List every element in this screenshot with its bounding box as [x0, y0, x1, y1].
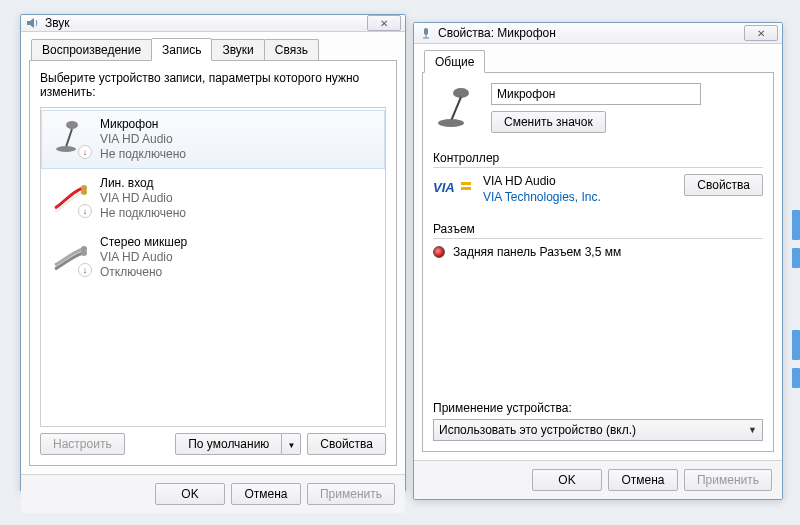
apply-button[interactable]: Применить — [307, 483, 395, 505]
linein-icon: ↓ — [50, 176, 90, 216]
svg-point-0 — [66, 121, 78, 129]
svg-point-6 — [81, 250, 87, 256]
device-item-stereomix[interactable]: ↓ Стерео микшер VIA HD Audio Отключено — [41, 228, 385, 287]
svg-rect-15 — [461, 187, 471, 190]
svg-line-1 — [66, 129, 72, 147]
svg-rect-14 — [461, 182, 471, 185]
mic-properties-dialog: Свойства: Микрофон ✕ Общие Сменить значо… — [413, 22, 783, 500]
device-name-input[interactable] — [491, 83, 701, 105]
mic-header-row: Сменить значок — [433, 83, 763, 133]
jack-description: Задняя панель Разъем 3,5 мм — [453, 245, 621, 259]
device-status: Не подключено — [100, 147, 186, 162]
device-driver: VIA HD Audio — [100, 250, 187, 265]
configure-button[interactable]: Настроить — [40, 433, 125, 455]
sound-tabstrip: Воспроизведение Запись Звуки Связь — [29, 38, 397, 61]
svg-text:VIA: VIA — [433, 180, 455, 195]
tab-playback[interactable]: Воспроизведение — [31, 39, 152, 62]
tab-communication[interactable]: Связь — [264, 39, 319, 62]
mic-title: Свойства: Микрофон — [438, 26, 744, 40]
jack-row: Задняя панель Разъем 3,5 мм — [433, 245, 763, 259]
device-name: Микрофон — [100, 117, 186, 132]
sound-dialog: Звук ✕ Воспроизведение Запись Звуки Связ… — [20, 14, 406, 492]
change-icon-button[interactable]: Сменить значок — [491, 111, 606, 133]
speaker-icon — [25, 15, 41, 31]
sound-titlebar[interactable]: Звук ✕ — [21, 15, 405, 32]
microphone-large-icon — [433, 83, 481, 131]
device-name: Стерео микшер — [100, 235, 187, 250]
tab-sounds[interactable]: Звуки — [211, 39, 264, 62]
svg-point-4 — [81, 189, 87, 195]
jack-color-dot-icon — [433, 246, 445, 258]
cancel-button[interactable]: Отмена — [608, 469, 678, 491]
divider — [433, 238, 763, 239]
device-driver: VIA HD Audio — [100, 132, 186, 147]
device-status: Не подключено — [100, 206, 186, 221]
background-scroll-hints — [790, 0, 800, 525]
status-badge-down-icon: ↓ — [78, 145, 92, 159]
svg-rect-7 — [424, 28, 428, 35]
status-badge-disabled-icon: ↓ — [78, 263, 92, 277]
device-name: Лин. вход — [100, 176, 186, 191]
chevron-down-icon: ▼ — [287, 441, 295, 450]
via-logo-icon: VIA — [433, 176, 473, 200]
mic-tabstrip: Общие — [422, 50, 774, 73]
sound-footer: OK Отмена Применить — [21, 474, 405, 513]
ok-button[interactable]: OK — [155, 483, 225, 505]
cancel-button[interactable]: Отмена — [231, 483, 301, 505]
usage-block: Применение устройства: Использовать это … — [433, 401, 763, 441]
mic-titlebar[interactable]: Свойства: Микрофон ✕ — [414, 23, 782, 44]
svg-point-12 — [438, 119, 464, 127]
microphone-icon — [418, 25, 434, 41]
close-button-micprops[interactable]: ✕ — [744, 25, 778, 41]
divider — [433, 167, 763, 168]
close-button-sound[interactable]: ✕ — [367, 15, 401, 31]
tab-general[interactable]: Общие — [424, 50, 485, 73]
device-driver: VIA HD Audio — [100, 191, 186, 206]
controller-name: VIA HD Audio — [483, 174, 674, 188]
properties-button[interactable]: Свойства — [307, 433, 386, 455]
jack-group-label: Разъем — [433, 222, 763, 236]
status-badge-down-icon: ↓ — [78, 204, 92, 218]
ok-button[interactable]: OK — [532, 469, 602, 491]
usage-dropdown[interactable]: Использовать это устройство (вкл.) — [433, 419, 763, 441]
sound-title: Звук — [45, 16, 367, 30]
device-status: Отключено — [100, 265, 187, 280]
mic-tabpage: Сменить значок Контроллер VIA VIA HD Aud… — [422, 72, 774, 452]
svg-point-2 — [56, 146, 76, 152]
usage-label: Применение устройства: — [433, 401, 763, 415]
device-button-row: Настроить По умолчанию ▼ Свойства — [40, 433, 386, 455]
apply-button[interactable]: Применить — [684, 469, 772, 491]
device-item-microphone[interactable]: ↓ Микрофон VIA HD Audio Не подключено — [41, 110, 385, 169]
microphone-icon: ↓ — [50, 117, 90, 157]
default-caret[interactable]: ▼ — [282, 433, 301, 455]
controller-properties-button[interactable]: Свойства — [684, 174, 763, 196]
recording-device-list[interactable]: ↓ Микрофон VIA HD Audio Не подключено — [40, 107, 386, 427]
controller-group-label: Контроллер — [433, 151, 763, 165]
mic-footer: OK Отмена Применить — [414, 460, 782, 499]
stereomix-icon: ↓ — [50, 235, 90, 275]
svg-line-11 — [451, 97, 461, 121]
default-split-button[interactable]: По умолчанию ▼ — [175, 433, 301, 455]
tab-record[interactable]: Запись — [151, 38, 212, 61]
sound-instruction: Выберите устройство записи, параметры ко… — [40, 71, 386, 99]
controller-row: VIA VIA HD Audio VIA Technologies, Inc. … — [433, 174, 763, 204]
mic-client: Общие Сменить значок Контроллер — [414, 44, 782, 460]
svg-point-10 — [453, 88, 469, 98]
vendor-link[interactable]: VIA Technologies, Inc. — [483, 190, 674, 204]
sound-tabpage: Выберите устройство записи, параметры ко… — [29, 60, 397, 466]
sound-client: Воспроизведение Запись Звуки Связь Выбер… — [21, 32, 405, 474]
device-item-linein[interactable]: ↓ Лин. вход VIA HD Audio Не подключено — [41, 169, 385, 228]
default-button[interactable]: По умолчанию — [175, 433, 282, 455]
